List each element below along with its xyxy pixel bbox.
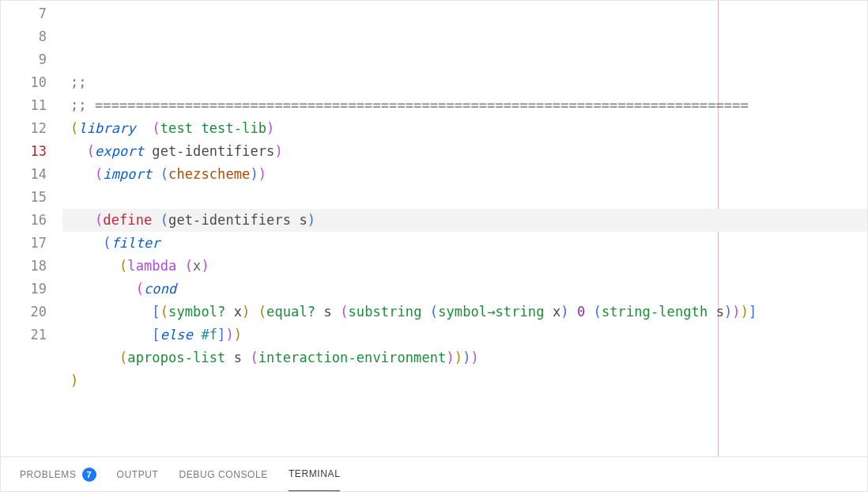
code-token: define bbox=[103, 212, 152, 228]
code-line[interactable]: [(symbol? x) (equal? s (substring (symbo… bbox=[62, 301, 867, 324]
code-line[interactable]: [else #f])) bbox=[62, 324, 867, 346]
problems-badge: 7 bbox=[82, 467, 96, 482]
code-token bbox=[70, 304, 152, 320]
code-token: [ bbox=[152, 304, 160, 320]
code-token bbox=[70, 350, 119, 365]
code-token bbox=[250, 304, 258, 320]
code-token: ) bbox=[462, 350, 470, 365]
code-token: lambda bbox=[127, 258, 176, 274]
tab-problems[interactable]: PROBLEMS 7 bbox=[20, 457, 96, 491]
code-line[interactable]: (cond bbox=[62, 278, 867, 301]
code-line[interactable]: (define (get-identifiers s) bbox=[62, 209, 867, 232]
code-line[interactable] bbox=[62, 186, 867, 209]
code-token: ) bbox=[446, 350, 454, 365]
code-token: ) bbox=[470, 350, 478, 365]
line-number: 7 bbox=[1, 2, 62, 25]
code-token: x bbox=[545, 304, 561, 320]
code-token: interaction-environment bbox=[259, 350, 447, 365]
line-number: 14 bbox=[1, 163, 62, 186]
code-token: ( bbox=[95, 212, 103, 228]
code-token: filter bbox=[111, 235, 160, 251]
code-token: s bbox=[708, 304, 724, 320]
tab-output[interactable]: OUTPUT bbox=[117, 457, 159, 491]
code-token bbox=[70, 281, 136, 297]
line-number: 21 bbox=[1, 324, 62, 346]
code-line[interactable]: (import (chezscheme)) bbox=[62, 163, 867, 186]
code-token: symbol? bbox=[168, 304, 225, 320]
code-token: ) bbox=[741, 304, 749, 320]
line-number: 15 bbox=[1, 186, 62, 209]
tab-label: OUTPUT bbox=[117, 469, 159, 480]
code-token: else bbox=[160, 327, 193, 343]
line-number: 11 bbox=[1, 94, 62, 117]
tab-label: TERMINAL bbox=[289, 468, 340, 479]
code-token bbox=[70, 327, 152, 343]
code-token: ) bbox=[560, 304, 568, 320]
code-line[interactable]: ;; =====================================… bbox=[62, 94, 867, 117]
code-line[interactable]: (export get-identifiers) bbox=[62, 140, 867, 163]
tab-label: PROBLEMS bbox=[20, 469, 77, 480]
code-token: ( bbox=[87, 143, 95, 159]
code-line[interactable]: (library (test test-lib) bbox=[62, 117, 867, 140]
code-token: [ bbox=[152, 327, 160, 343]
code-token: ( bbox=[95, 166, 103, 182]
code-token bbox=[152, 212, 160, 228]
code-token: ;; bbox=[70, 74, 87, 90]
code-token: import bbox=[103, 166, 152, 182]
code-token bbox=[70, 235, 103, 251]
code-editor[interactable]: 789101112131415161718192021 ;;;; =======… bbox=[1, 1, 867, 456]
tab-debug-console[interactable]: DEBUG CONSOLE bbox=[179, 457, 268, 491]
code-line[interactable]: (filter bbox=[62, 232, 867, 255]
code-line[interactable]: ;; bbox=[62, 71, 867, 94]
code-token: ( bbox=[160, 212, 168, 228]
code-token: symbol→string bbox=[438, 304, 544, 320]
code-token: ) bbox=[234, 327, 242, 343]
code-token: ) bbox=[455, 350, 462, 365]
code-token bbox=[152, 166, 160, 182]
line-number: 16 bbox=[1, 209, 62, 232]
code-token: ========================================… bbox=[95, 97, 749, 113]
code-token: cond bbox=[144, 281, 176, 297]
code-token: ( bbox=[160, 166, 168, 182]
code-token: ) bbox=[274, 143, 282, 159]
code-token: equal? bbox=[266, 304, 315, 320]
line-number: 20 bbox=[1, 301, 62, 324]
code-content[interactable]: ;;;; ===================================… bbox=[62, 1, 867, 456]
line-number-gutter: 789101112131415161718192021 bbox=[1, 1, 62, 456]
code-token: ) bbox=[242, 304, 250, 320]
code-token: ( bbox=[430, 304, 438, 320]
code-token: ] bbox=[217, 327, 225, 343]
code-token bbox=[422, 304, 430, 320]
code-token: library bbox=[78, 120, 135, 136]
code-token: ( bbox=[70, 120, 78, 136]
code-token: ) bbox=[259, 166, 266, 182]
code-token: ( bbox=[119, 350, 127, 365]
code-token: s bbox=[315, 304, 340, 320]
code-token: x bbox=[225, 304, 242, 320]
code-token: #f bbox=[201, 327, 217, 343]
tab-terminal[interactable]: TERMINAL bbox=[289, 457, 340, 491]
line-number: 10 bbox=[1, 71, 62, 94]
line-number: 17 bbox=[1, 232, 62, 255]
code-line[interactable]: (lambda (x) bbox=[62, 255, 867, 278]
code-token bbox=[585, 304, 593, 320]
code-token bbox=[569, 304, 577, 320]
line-number: 13 bbox=[1, 140, 62, 163]
code-token: ( bbox=[103, 235, 111, 251]
code-token: ) bbox=[308, 212, 315, 228]
code-token: ( bbox=[340, 304, 348, 320]
code-token: ( bbox=[152, 120, 160, 136]
code-token bbox=[70, 258, 119, 274]
line-number: 8 bbox=[1, 25, 62, 48]
code-token: export bbox=[95, 143, 144, 159]
code-line[interactable]: ) bbox=[62, 369, 867, 392]
code-line[interactable] bbox=[62, 392, 867, 415]
code-token bbox=[70, 143, 87, 159]
code-token bbox=[136, 120, 153, 136]
line-number: 19 bbox=[1, 278, 62, 301]
code-token: ( bbox=[119, 258, 127, 274]
line-number: 9 bbox=[1, 48, 62, 71]
code-line[interactable]: (apropos-list s (interaction-environment… bbox=[62, 346, 867, 369]
code-token: s bbox=[225, 350, 250, 365]
code-token: ) bbox=[250, 166, 258, 182]
